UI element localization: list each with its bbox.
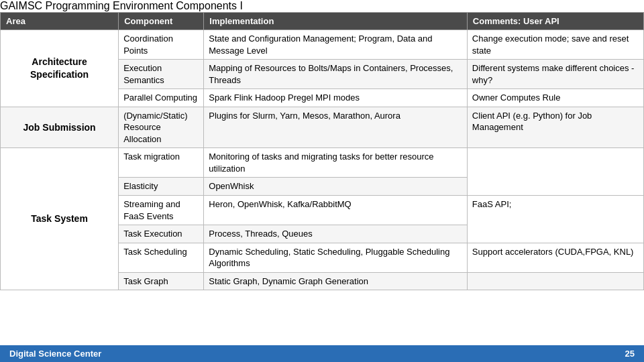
comments-cell: Support accelerators (CUDA,FPGA, KNL) <box>467 243 643 272</box>
comments-cell: Change execution mode; save and reset st… <box>467 30 643 60</box>
implementation-cell: Process, Threads, Queues <box>204 225 468 243</box>
table-row: Job Submission(Dynamic/Static) Resource … <box>1 107 644 148</box>
col-comments-header: Comments: User API <box>467 13 643 30</box>
col-implementation-header: Implementation <box>204 13 468 30</box>
table-row: Task SystemTask migrationMonitoring of t… <box>1 148 644 178</box>
area-cell: Task System <box>1 148 119 290</box>
implementation-cell: Dynamic Scheduling, Static Scheduling, P… <box>204 243 468 272</box>
implementation-cell: Static Graph, Dynamic Graph Generation <box>204 272 468 290</box>
component-cell: (Dynamic/Static) Resource Allocation <box>119 107 204 148</box>
implementation-cell: Spark Flink Hadoop Pregel MPI modes <box>204 89 468 107</box>
implementation-cell: Heron, OpenWhisk, Kafka/RabbitMQ <box>204 196 468 225</box>
component-cell: Task Graph <box>119 272 204 290</box>
implementation-cell: Monitoring of tasks and migrating tasks … <box>204 148 468 178</box>
footer: Digital Science Center 25 <box>0 345 644 362</box>
component-cell: Task Scheduling <box>119 243 204 272</box>
area-cell: Architecture Specification <box>1 30 119 107</box>
implementation-cell: Mapping of Resources to Bolts/Maps in Co… <box>204 60 468 89</box>
col-component-header: Component <box>119 13 204 30</box>
page-title: GAIMSC Programming Environment Component… <box>0 0 644 12</box>
comments-cell: Client API (e.g. Python) for Job Managem… <box>467 107 643 148</box>
comments-cell <box>467 272 643 290</box>
comments-cell <box>467 148 643 196</box>
main-table: Area Component Implementation Comments: … <box>0 12 644 290</box>
component-cell: Execution Semantics <box>119 60 204 89</box>
implementation-cell: State and Configuration Management; Prog… <box>204 30 468 60</box>
implementation-cell: Plugins for Slurm, Yarn, Mesos, Marathon… <box>204 107 468 148</box>
component-cell: Task migration <box>119 148 204 178</box>
implementation-cell: OpenWhisk <box>204 178 468 196</box>
page-number: 25 <box>625 349 635 359</box>
footer-label: Digital Science Center <box>9 349 101 359</box>
component-cell: Elasticity <box>119 178 204 196</box>
component-cell: Parallel Computing <box>119 89 204 107</box>
component-cell: Task Execution <box>119 225 204 243</box>
area-cell: Job Submission <box>1 107 119 148</box>
table-row: Architecture SpecificationCoordination P… <box>1 30 644 60</box>
comments-cell: Owner Computes Rule <box>467 89 643 107</box>
col-area-header: Area <box>1 13 119 30</box>
comments-cell: Different systems make different choices… <box>467 60 643 89</box>
component-cell: Streaming and FaaS Events <box>119 196 204 225</box>
comments-cell: FaaS API; <box>467 196 643 243</box>
component-cell: Coordination Points <box>119 30 204 60</box>
